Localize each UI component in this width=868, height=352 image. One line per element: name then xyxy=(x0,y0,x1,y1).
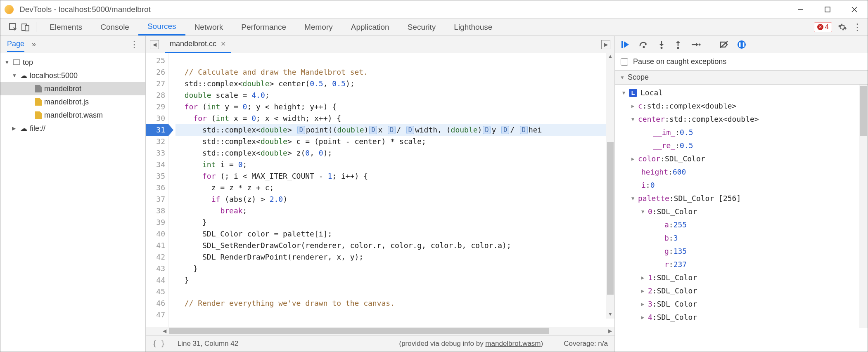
tree-file-scheme[interactable]: ▶☁ file:// xyxy=(0,122,145,135)
device-toolbar-icon[interactable] xyxy=(19,19,32,35)
scope-var-center[interactable]: ▼center: std::complex<double> xyxy=(615,113,868,126)
scope-var-i[interactable]: i: 0 xyxy=(615,179,868,192)
debug-info-source-link[interactable]: mandelbrot.wasm xyxy=(485,340,541,347)
window-maximize-button[interactable] xyxy=(814,0,841,19)
editor-nav-fwd-icon[interactable]: ▶ xyxy=(601,40,610,49)
svg-point-10 xyxy=(661,47,663,49)
file-icon xyxy=(35,111,42,119)
tab-application[interactable]: Application xyxy=(342,19,398,35)
scope-var-p0-b[interactable]: b: 3 xyxy=(615,232,868,245)
devtools-tabstrip: Elements Console Sources Network Perform… xyxy=(0,19,868,36)
tab-lighthouse[interactable]: Lighthouse xyxy=(445,19,501,35)
tab-sources[interactable]: Sources xyxy=(138,19,185,35)
settings-gear-icon[interactable] xyxy=(838,23,847,32)
navigator-more-tabs-icon[interactable]: » xyxy=(32,40,36,49)
scope-var-palette-2[interactable]: ▶2: SDL_Color xyxy=(615,284,868,298)
navigator-menu-icon[interactable]: ⋮ xyxy=(130,39,139,50)
scope-var-p0-a[interactable]: a: 255 xyxy=(615,218,868,232)
editor-statusbar: { } Line 31, Column 42 (provided via deb… xyxy=(146,335,614,352)
file-icon xyxy=(35,98,42,106)
window-titlebar: DevTools - localhost:5000/mandelbrot xyxy=(0,0,868,19)
sources-navigator: Page » ⋮ ▼ top ▼☁ localhost:5000 mandelb… xyxy=(0,36,146,352)
svg-rect-1 xyxy=(825,7,830,12)
devtools-app-icon xyxy=(5,5,14,14)
scope-var-palette-0[interactable]: ▼0: SDL_Color xyxy=(615,205,868,218)
tab-console[interactable]: Console xyxy=(91,19,138,35)
window-title: DevTools - localhost:5000/mandelbrot xyxy=(19,5,151,14)
error-icon: ✕ xyxy=(817,24,823,30)
navigator-tab-page[interactable]: Page xyxy=(7,40,24,52)
window-close-button[interactable] xyxy=(841,0,868,19)
scope-section-header[interactable]: ▼ Scope xyxy=(615,70,868,85)
error-count: 4 xyxy=(825,23,829,31)
coverage-status: Coverage: n/a xyxy=(564,340,608,348)
line-number-gutter[interactable]: 2526272829303132333435363738394041424344… xyxy=(146,53,169,327)
scope-vertical-scrollbar[interactable] xyxy=(859,85,868,328)
tree-file-mandelbrot-wasm[interactable]: mandelbrot.wasm xyxy=(0,109,145,122)
scope-tree: ▼L Local ▶c: std::complex<double> ▼cente… xyxy=(615,85,868,328)
tree-file-mandelbrot-js[interactable]: mandelbrot.js xyxy=(0,95,145,109)
scope-var-palette-3[interactable]: ▶3: SDL_Color xyxy=(615,298,868,311)
inspect-element-icon[interactable] xyxy=(7,19,19,35)
resume-icon[interactable] xyxy=(621,40,630,49)
pause-on-caught-label: Pause on caught exceptions xyxy=(633,57,726,66)
tab-performance[interactable]: Performance xyxy=(232,19,295,35)
file-icon xyxy=(35,85,42,92)
window-minimize-button[interactable] xyxy=(787,0,814,19)
tab-network[interactable]: Network xyxy=(185,19,232,35)
editor-vertical-scrollbar[interactable]: ▲▼ xyxy=(606,53,614,319)
cursor-position: Line 31, Column 42 xyxy=(178,340,238,348)
pause-on-caught-checkbox[interactable] xyxy=(621,58,628,66)
source-editor: ◀ mandelbrot.cc ✕ ▶ 25262728293031323334… xyxy=(146,36,615,352)
more-menu-icon[interactable]: ⋮ xyxy=(853,22,862,33)
editor-tab-mandelbrot-cc[interactable]: mandelbrot.cc ✕ xyxy=(165,36,231,53)
svg-rect-6 xyxy=(25,26,29,31)
svg-point-14 xyxy=(699,43,701,45)
error-count-badge[interactable]: ✕ 4 xyxy=(814,22,832,32)
editor-nav-back-icon[interactable]: ◀ xyxy=(150,40,159,49)
debugger-pane: ❚❚ Pause on caught exceptions ▼ Scope ▼L… xyxy=(615,36,868,352)
local-badge-icon: L xyxy=(629,89,637,97)
tree-top-frame[interactable]: ▼ top xyxy=(0,56,145,69)
tab-security[interactable]: Security xyxy=(398,19,445,35)
code-area[interactable]: // Calculate and draw the Mandelbrot set… xyxy=(169,53,614,327)
tab-elements[interactable]: Elements xyxy=(40,19,91,35)
scope-var-center-re[interactable]: __re_: 0.5 xyxy=(615,139,868,152)
deactivate-breakpoints-icon[interactable] xyxy=(719,40,728,49)
editor-horizontal-scrollbar[interactable]: ◀▶ xyxy=(146,327,614,335)
step-icon[interactable] xyxy=(691,41,701,48)
tree-file-mandelbrot[interactable]: mandelbrot xyxy=(0,82,145,95)
tree-host[interactable]: ▼☁ localhost:5000 xyxy=(0,69,145,82)
step-into-icon[interactable] xyxy=(658,40,665,49)
scope-var-palette-1[interactable]: ▶1: SDL_Color xyxy=(615,271,868,284)
pause-on-exceptions-icon[interactable]: ❚❚ xyxy=(738,40,746,49)
step-over-icon[interactable] xyxy=(639,40,649,49)
file-tree: ▼ top ▼☁ localhost:5000 mandelbrot mande… xyxy=(0,53,145,137)
scope-var-p0-g[interactable]: g: 135 xyxy=(615,245,868,258)
step-out-icon[interactable] xyxy=(674,40,682,49)
cloud-icon: ☁ xyxy=(20,124,27,133)
cloud-icon: ☁ xyxy=(20,71,27,80)
scope-var-center-im[interactable]: __im_: 0.5 xyxy=(615,126,868,139)
scope-local[interactable]: ▼L Local xyxy=(615,86,868,99)
close-tab-icon[interactable]: ✕ xyxy=(221,40,226,48)
frame-icon xyxy=(13,59,20,65)
tab-memory[interactable]: Memory xyxy=(295,19,342,35)
scope-var-c[interactable]: ▶c: std::complex<double> xyxy=(615,99,868,113)
scope-var-palette[interactable]: ▼palette: SDL_Color [256] xyxy=(615,192,868,205)
scope-var-color[interactable]: ▶color: SDL_Color xyxy=(615,152,868,165)
pretty-print-icon[interactable]: { } xyxy=(152,340,165,348)
svg-rect-7 xyxy=(621,41,623,48)
scope-var-palette-4[interactable]: ▶4: SDL_Color xyxy=(615,311,868,324)
svg-point-12 xyxy=(677,47,679,49)
scope-var-p0-r[interactable]: r: 237 xyxy=(615,258,868,271)
svg-point-8 xyxy=(643,46,645,48)
scope-var-height[interactable]: height: 600 xyxy=(615,165,868,179)
